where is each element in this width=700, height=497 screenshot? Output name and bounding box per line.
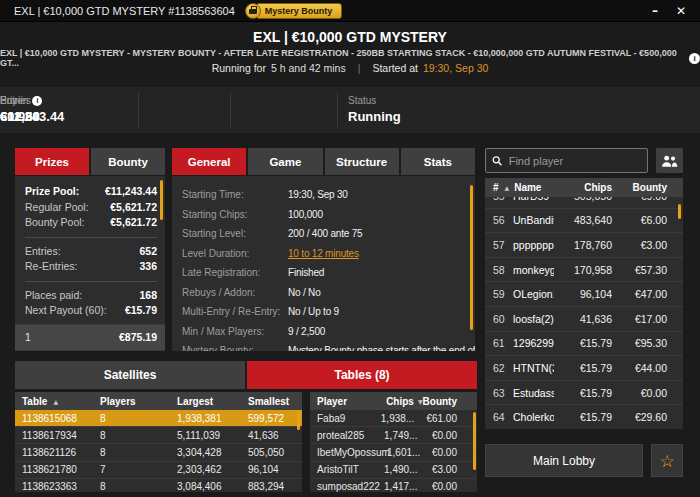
search-box[interactable] [485,148,648,173]
tab[interactable]: General [172,148,246,175]
pool-row: Regular Pool:€5,621.72 [25,200,157,216]
divider [138,93,139,127]
running-prefix: Running for [212,62,266,74]
main-lobby-button[interactable]: Main Lobby [485,444,643,477]
search-input[interactable] [509,155,641,167]
player-list-header[interactable]: # ▲ Name Chips Bounty [485,178,683,197]
close-button[interactable]: ✕ [670,2,692,20]
info-label: Starting Level: [182,228,288,239]
player-row[interactable]: 63 Estudasses... €15.79 €0.00 [485,381,683,406]
info-value: 9 / 2,500 [288,326,325,337]
player-row[interactable]: 58 monkeyge... 170,958 €57.30 [485,258,683,283]
running-status-line: Running for 5 h and 42 mins | Started at… [0,62,700,74]
tab[interactable]: Bounty [91,148,165,175]
tables-list: 1138615068 8 1,938,381 599,572 113861793… [15,410,302,492]
table-seats-list: Faba9 1,938... €61.00 proteal285 1,749..… [310,410,477,492]
info-row: Starting Level: 200 / 400 ante 75 [182,224,475,244]
info-row: Starting Chips: 100,000 [182,205,475,225]
player-row[interactable]: 64 Cholerko(2) €15.79 €29.60 [485,405,683,429]
info-value: 200 / 400 ante 75 [288,228,362,239]
tab[interactable]: Prizes [15,148,89,175]
star-icon: ☆ [659,451,674,471]
info-label: Level Duration: [182,248,288,259]
running-time: 5 h and 42 mins [271,62,346,74]
badge-label: Mystery Bounty [256,3,343,19]
place-row[interactable]: 2€539.68 [15,350,165,352]
table-seats-header[interactable]: Player Chips▼ Bounty [310,392,477,410]
info-row: Late Registration: Finished [182,263,475,283]
seat-row[interactable]: Faba9 1,938... €61.00 [310,410,477,427]
table-row[interactable]: 1138621126 8 3,304,428 505,050 [15,444,302,461]
info-label: Rebuys / Addon: [182,287,288,298]
tables-tabs: SatellitesTables (8) [15,361,477,389]
table-row[interactable]: 1138617934 8 5,111,039 41,636 [15,427,302,444]
mystery-bounty-badge: Mystery Bounty [245,3,343,19]
info-label: Starting Time: [182,189,288,200]
people-icon [661,155,678,167]
info-label: Late Registration: [182,267,288,278]
seat-row[interactable]: sumposad222 1,417... €0.00 [310,479,477,492]
window-title: EXL | €10,000 GTD MYSTERY #1138563604 [14,5,235,17]
seat-row[interactable]: IbetMyOpossum 1,601... €0.00 [310,444,477,461]
player-row[interactable]: 56 UnBandit... 483,640 €6.00 [485,209,683,234]
entries-row: Entries:652 [25,244,157,260]
sort-asc-icon: ▲ [53,398,58,405]
info-label: Multi-Entry / Re-Entry: [182,306,288,317]
stat-value: €12.50 [0,109,42,124]
player-list: 55 HarD59 505,050 €9.00 56 UnBandit... 4… [485,197,683,429]
scrollbar-thumb[interactable] [297,411,300,430]
tab[interactable]: Structure [325,148,399,175]
info-label: Mystery Bounty: [182,345,288,351]
stat-label: Status [348,95,376,106]
info-value: 19:30, Sep 30 [288,189,348,200]
started-prefix: Started at [372,62,418,74]
scrollbar-thumb[interactable] [678,204,681,219]
player-row[interactable]: 59 OLegion19... 96,104 €47.00 [485,282,683,307]
favorite-star-button[interactable]: ☆ [651,444,683,477]
seat-row[interactable]: proteal285 1,749... €0.00 [310,427,477,444]
info-value: No / No [288,287,321,298]
table-row[interactable]: 1138621780 7 2,303,462 96,104 [15,462,302,479]
player-row[interactable]: 57 ppppppp9... 178,760 €3.00 [485,233,683,258]
pool-row: Bounty Pool:€5,621.72 [25,215,157,231]
tournament-title: EXL | €10,000 GTD MYSTERY [0,29,700,45]
prize-tabs: PrizesBounty [15,148,165,175]
tab[interactable]: Satellites [15,361,245,389]
tab[interactable]: Stats [401,148,475,175]
minimize-button[interactable]: – [644,2,666,20]
seat-row[interactable]: AristoTilT 1,490... €3.00 [310,462,477,479]
pool-row: Prize Pool:€11,243.44 [25,184,157,200]
search-icon [492,155,503,167]
info-value: Finished [288,267,324,278]
scrollbar-thumb[interactable] [470,185,473,330]
scrollbar-thumb[interactable] [473,412,476,470]
stat-label: Buy-in [0,95,28,106]
tab[interactable]: Game [248,148,322,175]
info-value: No / Up to 9 [288,306,339,317]
scrollbar-thumb[interactable] [160,180,163,220]
info-row: Level Duration: 10 to 12 minutes [182,244,475,264]
general-info-panel: Starting Time: 19:30, Sep 30 Starting Ch… [172,176,475,351]
info-icon[interactable]: i [32,96,42,106]
tab[interactable]: Tables (8) [247,361,477,389]
info-row: Rebuys / Addon: No / No [182,283,475,303]
table-row[interactable]: 1138623363 8 3,084,406 883,294 [15,479,302,492]
player-row[interactable]: 62 HTNTN(3) €15.79 €44.00 [485,356,683,381]
stat-block: Buy-ini €12.50 [0,95,42,124]
titlebar: EXL | €10,000 GTD MYSTERY #1138563604 My… [0,0,700,22]
player-search-row [485,148,683,173]
place-row[interactable]: 1€875.19 [15,324,165,350]
stat-value: Running [348,109,401,124]
divider [230,93,231,127]
table-row[interactable]: 1138615068 8 1,938,381 599,572 [15,410,302,427]
tables-list-header[interactable]: Table▲ Players Largest Smallest [15,392,302,410]
player-row[interactable]: 60 loosfa(2) 41,636 €17.00 [485,307,683,332]
info-label: Starting Chips: [182,209,288,220]
separator: | [358,62,361,74]
divider [337,93,338,127]
entries-row: Re-Entries:336 [25,259,157,275]
show-players-button[interactable] [656,148,683,173]
player-row[interactable]: 55 HarD59 505,050 €9.00 [485,197,683,209]
payout-row: Places paid:168 [25,288,157,304]
player-row[interactable]: 61 129629975... €15.79 €95.30 [485,332,683,357]
